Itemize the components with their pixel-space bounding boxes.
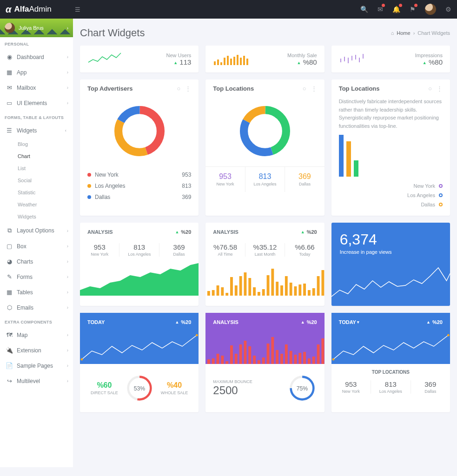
svg-rect-1 (217, 60, 219, 65)
svg-rect-38 (267, 275, 270, 296)
card-today-2: TODAY▾▲%20 TOP LOCATIONS 953New York 813… (331, 313, 450, 412)
legend-row: New York (339, 181, 443, 191)
nav-layout-options[interactable]: ⧉Layout Options› (0, 223, 73, 238)
card-today-1: TODAY▲%20 %60DIRECT SALE 53% %40WHOLE SA… (80, 313, 199, 412)
nav-sub-social[interactable]: Social (18, 174, 73, 186)
nav-box[interactable]: ▢Box› (0, 238, 73, 254)
nav-tables[interactable]: ▦Tables› (0, 284, 73, 300)
main-content: Chart Widgets ⌂ Home › Chart Widgets New… (73, 19, 457, 467)
svg-point-51 (80, 358, 83, 361)
nav-mailbox[interactable]: ✉Mailbox› (0, 80, 73, 95)
svg-marker-24 (80, 263, 199, 296)
svg-rect-56 (207, 359, 210, 364)
nav-emails[interactable]: ⬡Emails› (0, 300, 73, 315)
svg-rect-8 (240, 58, 242, 65)
svg-text:53%: 53% (134, 385, 146, 392)
sparkline-icon (87, 52, 125, 66)
nav-ui-elements[interactable]: ▭UI Elements› (0, 95, 73, 111)
gear-icon[interactable]: ⚙ (445, 6, 451, 13)
nav-sub-chart[interactable]: Chart (18, 150, 73, 162)
sidebar: Juliya Brus › PERSONAL ◉Dashboard› ▦App›… (0, 19, 73, 467)
more-icon[interactable]: ⋮ (437, 85, 443, 92)
nav-multilevel[interactable]: ↪Multilevel› (0, 373, 73, 389)
legend-row: Los Angeles (339, 191, 443, 200)
svg-rect-10 (246, 59, 248, 65)
user-block[interactable]: Juliya Brus › (0, 19, 73, 37)
nav-section-label: EXTRA COMPONENTS (0, 315, 73, 327)
svg-rect-44 (294, 286, 297, 296)
donut-chart (237, 103, 293, 159)
map-icon: 🗺 (5, 331, 14, 338)
nav-sub-list[interactable]: List (18, 162, 73, 174)
svg-rect-27 (217, 285, 219, 296)
svg-rect-2 (220, 62, 222, 65)
line-chart (80, 331, 199, 364)
svg-rect-36 (258, 292, 260, 296)
card-page-views: 6,374 Increase in page views (331, 223, 450, 306)
nav-sub-blog[interactable]: Blog (18, 138, 73, 150)
home-icon: ⌂ (391, 30, 394, 36)
refresh-icon[interactable]: ○ (177, 85, 180, 92)
svg-rect-39 (272, 269, 274, 296)
brand[interactable]: α AlfaAdmin (6, 4, 73, 15)
svg-rect-76 (299, 353, 302, 364)
svg-rect-9 (243, 56, 245, 65)
svg-rect-42 (285, 276, 288, 296)
nav-dashboard[interactable]: ◉Dashboard› (0, 49, 73, 65)
svg-rect-30 (230, 277, 233, 296)
svg-rect-29 (226, 293, 229, 296)
legend-row: Los Angeles813 (87, 180, 191, 192)
more-icon[interactable]: ⋮ (185, 85, 191, 92)
breadcrumb-current: Chart Widgets (417, 30, 450, 36)
svg-rect-32 (239, 276, 242, 296)
refresh-icon[interactable]: ○ (428, 85, 432, 92)
flag-icon[interactable]: ⚑ (410, 6, 416, 13)
nav-charts[interactable]: ◕Charts› (0, 254, 73, 269)
nav-widgets[interactable]: ☰Widgets⌄ (0, 123, 73, 138)
svg-rect-59 (221, 356, 224, 364)
nav-map[interactable]: 🗺Map› (0, 327, 73, 343)
svg-rect-75 (294, 355, 297, 364)
card-analysis-2: ANALYSIS▲%20 %76.58All Time %35.12Last M… (205, 223, 324, 306)
svg-point-86 (447, 334, 450, 337)
svg-rect-45 (299, 284, 302, 296)
nav-sub-weather[interactable]: Weather (18, 198, 73, 211)
brand-logo-icon: α (6, 4, 11, 15)
legend-row: Dallas369 (87, 192, 191, 203)
list-icon: ☰ (5, 127, 14, 134)
nav-forms[interactable]: ✎Forms› (0, 269, 73, 284)
caret-down-icon[interactable]: ▾ (357, 320, 359, 324)
svg-rect-77 (303, 352, 306, 364)
stat-card-monthly-sale: Monthly Sale▲ %80 (205, 46, 324, 73)
breadcrumb-home[interactable]: Home (397, 30, 410, 36)
mail-icon[interactable]: ✉ (378, 6, 383, 13)
bell-icon[interactable]: 🔔 (392, 6, 400, 13)
envelope-icon: ✉ (5, 84, 14, 91)
nav-sub-widgets[interactable]: Widgets (18, 211, 73, 223)
nav-extension[interactable]: 🔌Extension› (0, 343, 73, 358)
share-icon: ↪ (5, 377, 14, 384)
refresh-icon[interactable]: ○ (303, 85, 306, 92)
svg-rect-28 (221, 287, 224, 296)
nav-app[interactable]: ▦App› (0, 65, 73, 80)
nav-sub-statistic[interactable]: Statistic (18, 186, 73, 198)
svg-rect-60 (226, 361, 229, 364)
svg-rect-66 (253, 356, 256, 364)
svg-rect-0 (214, 61, 216, 65)
grid-icon: ▦ (5, 69, 14, 76)
nav-sample-pages[interactable]: 📄Sample Pages› (0, 358, 73, 373)
user-avatar[interactable] (425, 4, 436, 15)
svg-rect-25 (207, 291, 210, 296)
svg-rect-81 (322, 338, 325, 364)
more-icon[interactable]: ⋮ (311, 85, 317, 92)
svg-rect-58 (217, 354, 219, 364)
chevron-right-icon: › (67, 26, 68, 31)
svg-rect-50 (322, 270, 325, 296)
svg-rect-5 (230, 59, 232, 65)
svg-rect-47 (308, 290, 311, 296)
search-icon[interactable]: 🔍 (360, 6, 368, 13)
bar-chart (205, 263, 324, 296)
dashboard-icon: ◉ (5, 53, 14, 60)
hamburger-icon[interactable]: ☰ (75, 6, 80, 13)
svg-rect-49 (317, 276, 320, 296)
